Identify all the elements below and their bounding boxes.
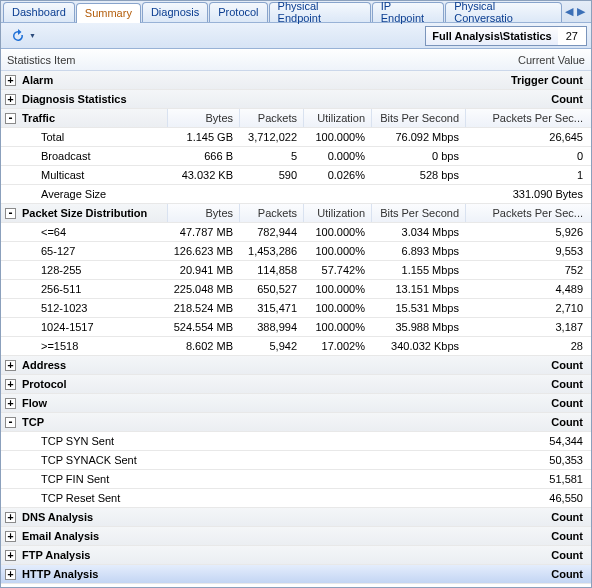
group-http[interactable]: +HTTP AnalysisCount <box>1 565 591 584</box>
breadcrumb[interactable]: Full Analysis\Statistics <box>426 27 557 45</box>
group-dns[interactable]: +DNS AnalysisCount <box>1 508 591 527</box>
breadcrumb-count: 27 <box>558 27 586 45</box>
group-tcp[interactable]: -TCPCount <box>1 413 591 432</box>
refresh-button[interactable]: ▼ <box>5 26 41 46</box>
table-row[interactable]: 1024-1517524.554 MB388,994100.000%35.988… <box>1 318 591 337</box>
table-row[interactable]: Average Size331.090 Bytes <box>1 185 591 204</box>
table-row[interactable]: 256-511225.048 MB650,527100.000%13.151 M… <box>1 280 591 299</box>
group-traffic[interactable]: -Traffic Bytes Packets Utilization Bits … <box>1 109 591 128</box>
tab-bar: Dashboard Summary Diagnosis Protocol Phy… <box>1 1 591 23</box>
tab-ip-endpoint[interactable]: IP Endpoint <box>372 2 445 22</box>
tab-scroll: ◀ ▶ <box>563 5 591 18</box>
tab-physical-endpoint[interactable]: Physical Endpoint <box>269 2 371 22</box>
breadcrumb-box: Full Analysis\Statistics 27 <box>425 26 587 46</box>
table-row[interactable]: Multicast43.032 KB5900.026%528 bps1 <box>1 166 591 185</box>
group-packet-size[interactable]: -Packet Size Distribution Bytes Packets … <box>1 204 591 223</box>
expand-icon[interactable]: + <box>5 379 16 390</box>
statistics-grid: +Alarm Trigger Count +Diagnosis Statisti… <box>1 71 591 584</box>
expand-icon[interactable]: + <box>5 360 16 371</box>
refresh-icon <box>10 28 26 44</box>
tab-protocol[interactable]: Protocol <box>209 2 267 22</box>
table-row[interactable]: TCP Reset Sent46,550 <box>1 489 591 508</box>
table-row[interactable]: TCP SYN Sent54,344 <box>1 432 591 451</box>
group-email[interactable]: +Email AnalysisCount <box>1 527 591 546</box>
expand-icon[interactable]: + <box>5 531 16 542</box>
group-address[interactable]: +AddressCount <box>1 356 591 375</box>
tab-physical-conversation[interactable]: Physical Conversatio <box>445 2 562 22</box>
header-left: Statistics Item <box>7 54 75 66</box>
tab-scroll-right-icon[interactable]: ▶ <box>575 5 587 18</box>
tab-diagnosis[interactable]: Diagnosis <box>142 2 208 22</box>
table-row[interactable]: 512-1023218.524 MB315,471100.000%15.531 … <box>1 299 591 318</box>
tab-dashboard[interactable]: Dashboard <box>3 2 75 22</box>
expand-icon[interactable]: + <box>5 569 16 580</box>
group-protocol[interactable]: +ProtocolCount <box>1 375 591 394</box>
collapse-icon[interactable]: - <box>5 417 16 428</box>
group-diagnosis[interactable]: +Diagnosis Statistics Count <box>1 90 591 109</box>
table-row[interactable]: Total1.145 GB3,712,022100.000%76.092 Mbp… <box>1 128 591 147</box>
table-row[interactable]: <=6447.787 MB782,944100.000%3.034 Mbps5,… <box>1 223 591 242</box>
table-row[interactable]: Broadcast666 B50.000%0 bps0 <box>1 147 591 166</box>
collapse-icon[interactable]: - <box>5 113 16 124</box>
toolbar: ▼ Full Analysis\Statistics 27 <box>1 23 591 49</box>
group-flow[interactable]: +FlowCount <box>1 394 591 413</box>
group-ftp[interactable]: +FTP AnalysisCount <box>1 546 591 565</box>
expand-icon[interactable]: + <box>5 512 16 523</box>
expand-icon[interactable]: + <box>5 398 16 409</box>
expand-icon[interactable]: + <box>5 94 16 105</box>
table-row[interactable]: >=15188.602 MB5,94217.002%340.032 Kbps28 <box>1 337 591 356</box>
header-right: Current Value <box>518 54 585 66</box>
table-row[interactable]: 65-127126.623 MB1,453,286100.000%6.893 M… <box>1 242 591 261</box>
table-row[interactable]: TCP FIN Sent51,581 <box>1 470 591 489</box>
table-row[interactable]: TCP SYNACK Sent50,353 <box>1 451 591 470</box>
grid-header: Statistics Item Current Value <box>1 49 591 71</box>
collapse-icon[interactable]: - <box>5 208 16 219</box>
expand-icon[interactable]: + <box>5 550 16 561</box>
expand-icon[interactable]: + <box>5 75 16 86</box>
tab-scroll-left-icon[interactable]: ◀ <box>563 5 575 18</box>
table-row[interactable]: 128-25520.941 MB114,85857.742%1.155 Mbps… <box>1 261 591 280</box>
group-alarm[interactable]: +Alarm Trigger Count <box>1 71 591 90</box>
dropdown-caret-icon: ▼ <box>29 32 36 39</box>
tab-summary[interactable]: Summary <box>76 3 141 23</box>
